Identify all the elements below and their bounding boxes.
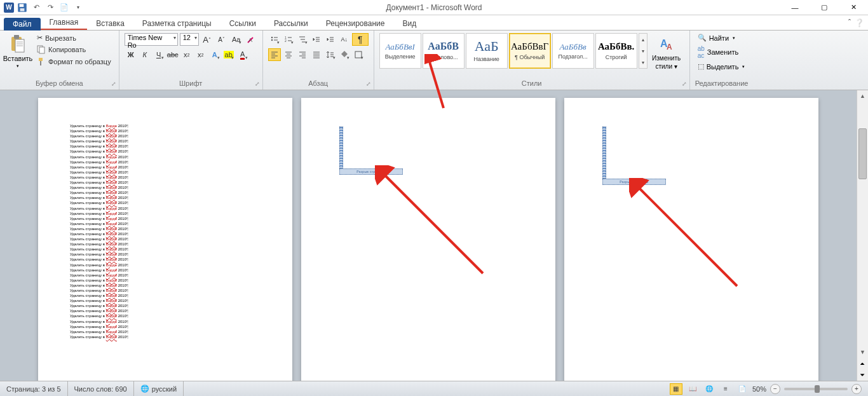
numbering-button[interactable]: 12▾ bbox=[282, 33, 295, 46]
tab-review[interactable]: Рецензирование bbox=[317, 17, 394, 30]
replace-button[interactable]: abacЗаменить bbox=[695, 44, 749, 60]
scroll-up-icon[interactable]: ▲ bbox=[857, 90, 868, 102]
indent-increase-button[interactable] bbox=[324, 33, 337, 46]
save-icon[interactable] bbox=[17, 2, 28, 13]
minimize-button[interactable]: — bbox=[780, 0, 810, 15]
select-icon: ⬚ bbox=[698, 62, 704, 71]
font-name-combo[interactable]: Times New Ro bbox=[125, 33, 178, 46]
zoom-slider[interactable] bbox=[784, 388, 848, 390]
font-size-combo[interactable]: 12 bbox=[180, 33, 199, 46]
paste-button[interactable]: Вставить ▾ bbox=[5, 33, 31, 78]
document-title: Документ1 - Microsoft Word bbox=[386, 3, 482, 12]
view-print-layout[interactable]: ▦ bbox=[670, 383, 682, 395]
redo-icon[interactable]: ↷ bbox=[44, 2, 56, 13]
group-paragraph: ▾ 12▾ ▾ A↓ ¶ ▾ ▾ ▾ Абзац⤢ bbox=[263, 31, 374, 90]
subscript-button[interactable]: x2 bbox=[180, 48, 193, 61]
group-label-editing: Редактирование bbox=[695, 79, 749, 87]
style-заголово[interactable]: АаБбВЗаголово... bbox=[423, 33, 465, 69]
status-words[interactable]: Число слов: 690 bbox=[68, 381, 134, 396]
tab-view[interactable]: Вид bbox=[393, 17, 425, 30]
status-language[interactable]: 🌐русский bbox=[134, 381, 184, 396]
file-tab[interactable]: Файл bbox=[4, 18, 41, 31]
status-page[interactable]: Страница: 3 из 5 bbox=[0, 381, 68, 396]
page-3[interactable]: Разрыв страницы bbox=[564, 98, 818, 381]
bold-button[interactable]: Ж bbox=[125, 48, 137, 61]
group-label-font: Шрифт bbox=[179, 79, 202, 87]
styles-launcher-icon[interactable]: ⤢ bbox=[682, 81, 687, 87]
multilevel-button[interactable]: ▾ bbox=[296, 33, 309, 46]
view-draft[interactable]: 📄 bbox=[736, 383, 749, 395]
superscript-button[interactable]: x2 bbox=[194, 48, 207, 61]
document-area[interactable]: Удалить страницу в Ворде 2010¶Удалить ст… bbox=[0, 90, 857, 381]
scroll-thumb[interactable] bbox=[858, 128, 867, 179]
tab-references[interactable]: Ссылки bbox=[220, 17, 265, 30]
align-left-button[interactable] bbox=[268, 48, 281, 61]
copy-button[interactable]: Копировать bbox=[34, 44, 114, 55]
style-обычный[interactable]: АаБбВвГ¶ Обычный bbox=[509, 33, 551, 69]
underline-button[interactable]: Ч▾ bbox=[153, 48, 165, 61]
paragraph-launcher-icon[interactable]: ⤢ bbox=[366, 81, 371, 87]
style-выделение[interactable]: АаБбВвІВыделение bbox=[379, 33, 421, 69]
zoom-level[interactable]: 50% bbox=[752, 385, 766, 393]
sort-button[interactable]: A↓ bbox=[338, 33, 351, 46]
text-effects-button[interactable]: A▾ bbox=[208, 48, 221, 61]
show-marks-button[interactable]: ¶ bbox=[352, 33, 369, 46]
change-case-button[interactable]: Aa▾ bbox=[230, 33, 243, 46]
qat-extra-icon[interactable]: 📄 bbox=[58, 2, 70, 13]
strike-button[interactable]: abc bbox=[166, 48, 179, 61]
style-название[interactable]: АаБНазвание bbox=[466, 33, 508, 69]
change-styles-button[interactable]: AAИзменитьстили ▾ bbox=[649, 33, 684, 70]
tab-layout[interactable]: Разметка страницы bbox=[133, 17, 220, 30]
view-reading[interactable]: 📖 bbox=[686, 383, 699, 395]
tab-mailings[interactable]: Рассылки bbox=[265, 17, 317, 30]
vertical-scrollbar[interactable]: ▲ ▼ ⏶ ⏷ bbox=[857, 90, 868, 381]
borders-button[interactable]: ▾ bbox=[352, 48, 365, 61]
next-page-icon[interactable]: ⏷ bbox=[857, 369, 868, 381]
indent-decrease-button[interactable] bbox=[310, 33, 323, 46]
style-подзагол[interactable]: АаБбВвПодзагол... bbox=[552, 33, 594, 69]
qat-dropdown-icon[interactable]: ▾ bbox=[72, 2, 84, 13]
select-button[interactable]: ⬚Выделить▾ bbox=[695, 62, 749, 71]
tab-home[interactable]: Главная bbox=[41, 16, 88, 30]
scroll-down-icon[interactable]: ▼ bbox=[857, 346, 868, 358]
group-clipboard: Вставить ▾ ✂Вырезать Копировать Формат п… bbox=[0, 31, 119, 90]
highlight-button[interactable]: ab▾ bbox=[222, 48, 235, 61]
svg-rect-4 bbox=[14, 35, 19, 39]
view-web[interactable]: 🌐 bbox=[703, 383, 715, 395]
styles-expand-button[interactable]: ▴▾▾ bbox=[639, 33, 648, 69]
prev-page-icon[interactable]: ⏶ bbox=[857, 358, 868, 369]
word-app-icon[interactable]: W bbox=[4, 3, 14, 13]
shading-button[interactable]: ▾ bbox=[338, 48, 351, 61]
find-button[interactable]: 🔍Найти▾ bbox=[695, 33, 749, 43]
clipboard-launcher-icon[interactable]: ⤢ bbox=[111, 81, 116, 87]
align-center-button[interactable] bbox=[282, 48, 295, 61]
cut-button[interactable]: ✂Вырезать bbox=[34, 33, 114, 43]
svg-rect-9 bbox=[40, 61, 41, 65]
font-launcher-icon[interactable]: ⤢ bbox=[255, 81, 260, 87]
svg-rect-7 bbox=[39, 47, 44, 53]
page-1[interactable]: Удалить страницу в Ворде 2010¶Удалить ст… bbox=[38, 98, 292, 381]
zoom-in-button[interactable]: + bbox=[851, 384, 862, 394]
justify-button[interactable] bbox=[310, 48, 323, 61]
undo-icon[interactable]: ↶ bbox=[31, 2, 42, 13]
tab-insert[interactable]: Вставка bbox=[87, 17, 133, 30]
grow-font-button[interactable]: A˄ bbox=[201, 33, 214, 46]
group-label-paragraph: Абзац bbox=[308, 79, 328, 87]
italic-button[interactable]: К bbox=[139, 48, 151, 61]
font-color-button[interactable]: A▾ bbox=[236, 48, 249, 61]
view-outline[interactable]: ≡ bbox=[719, 383, 732, 395]
align-right-button[interactable] bbox=[296, 48, 309, 61]
format-painter-button[interactable]: Формат по образцу bbox=[34, 57, 114, 67]
shrink-font-button[interactable]: A˅ bbox=[215, 33, 228, 46]
clear-format-button[interactable]: A bbox=[245, 33, 257, 46]
minimize-ribbon-icon[interactable]: ˆ bbox=[848, 18, 851, 27]
style-строгий[interactable]: АаБбВв.Строгий bbox=[595, 33, 637, 69]
zoom-out-button[interactable]: − bbox=[770, 384, 780, 394]
bullets-button[interactable]: ▾ bbox=[268, 33, 281, 46]
help-icon[interactable]: ❔ bbox=[855, 18, 864, 27]
close-button[interactable]: ✕ bbox=[839, 0, 868, 15]
group-styles: АаБбВвІВыделениеАаБбВЗаголово...АаБНазва… bbox=[374, 31, 690, 90]
page-2[interactable]: Разрыв страницы bbox=[301, 98, 555, 381]
line-spacing-button[interactable]: ▾ bbox=[324, 48, 337, 61]
maximize-button[interactable]: ▢ bbox=[810, 0, 839, 15]
